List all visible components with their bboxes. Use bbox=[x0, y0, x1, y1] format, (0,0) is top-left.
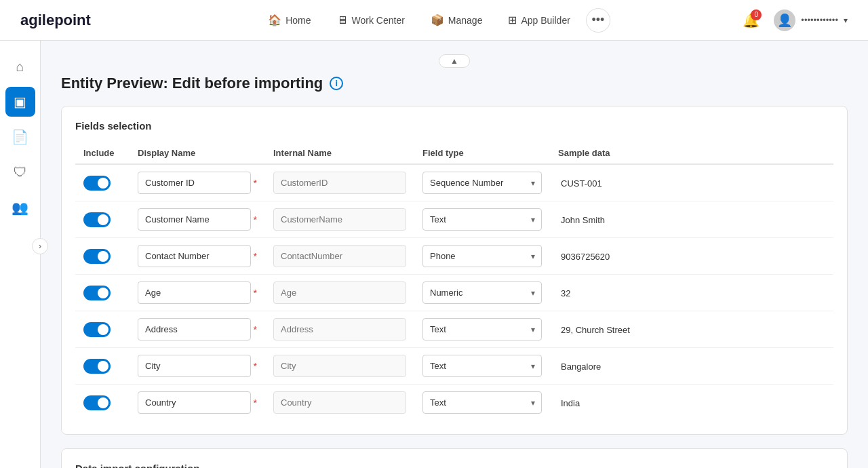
table-row: * Sequence NumberTextPhoneNumericDateBoo… bbox=[75, 201, 833, 238]
sidebar-item-users[interactable]: 👥 bbox=[5, 193, 35, 222]
nav-manage-label: Manage bbox=[448, 15, 483, 26]
avatar: 👤 bbox=[774, 9, 795, 31]
sidebar-item-apps[interactable]: ▣ bbox=[5, 87, 35, 117]
table-row: * Sequence NumberTextPhoneNumericDateBoo… bbox=[75, 164, 833, 201]
include-toggle-wrap bbox=[83, 359, 121, 374]
display-name-wrap: * bbox=[138, 281, 257, 304]
required-star: * bbox=[254, 288, 257, 298]
nav-home-label: Home bbox=[285, 15, 311, 26]
top-navigation: agilepoint 🏠 Home 🖥 Work Center 📦 Manage… bbox=[0, 0, 868, 41]
field-type-select-4[interactable]: Sequence NumberTextPhoneNumericDateBoole… bbox=[422, 318, 542, 340]
info-icon[interactable]: i bbox=[330, 77, 343, 90]
sample-data-4: 29, Church Street bbox=[558, 325, 633, 335]
display-name-wrap: * bbox=[138, 355, 257, 377]
display-name-input-0[interactable] bbox=[138, 172, 251, 194]
field-type-select-wrap: Sequence NumberTextPhoneNumericDateBoole… bbox=[422, 318, 542, 340]
monitor-icon: 🖥 bbox=[337, 14, 348, 26]
nav-work-center[interactable]: 🖥 Work Center bbox=[327, 8, 415, 33]
include-toggle-wrap bbox=[83, 249, 121, 264]
required-star: * bbox=[254, 361, 257, 372]
fields-table: Include Display Name Internal Name Field… bbox=[75, 142, 833, 421]
user-menu-button[interactable]: 👤 •••••••••••• ▾ bbox=[774, 9, 848, 31]
display-name-wrap: * bbox=[138, 245, 257, 267]
nav-manage[interactable]: 📦 Manage bbox=[420, 7, 493, 33]
manage-icon: 📦 bbox=[431, 14, 444, 26]
sidebar-item-documents[interactable]: 📄 bbox=[5, 122, 35, 152]
field-type-select-5[interactable]: Sequence NumberTextPhoneNumericDateBoole… bbox=[422, 355, 542, 377]
col-sample-data: Sample data bbox=[550, 142, 833, 164]
field-type-select-wrap: Sequence NumberTextPhoneNumericDateBoole… bbox=[422, 245, 542, 267]
include-toggle-6[interactable] bbox=[83, 395, 111, 410]
field-type-select-wrap: Sequence NumberTextPhoneNumericDateBoole… bbox=[422, 281, 542, 304]
display-name-wrap: * bbox=[138, 391, 257, 414]
field-type-select-1[interactable]: Sequence NumberTextPhoneNumericDateBoole… bbox=[422, 208, 542, 231]
fields-selection-title: Fields selection bbox=[75, 120, 833, 132]
sidebar-item-home[interactable]: ⌂ bbox=[5, 52, 35, 81]
nav-right: 🔔 0 👤 •••••••••••• ▾ bbox=[738, 8, 848, 33]
grid-icon: ⊞ bbox=[508, 14, 517, 26]
include-toggle-5[interactable] bbox=[83, 359, 111, 374]
display-name-input-6[interactable] bbox=[138, 391, 251, 414]
field-type-select-0[interactable]: Sequence NumberTextPhoneNumericDateBoole… bbox=[422, 172, 542, 194]
include-toggle-4[interactable] bbox=[83, 322, 111, 337]
include-toggle-wrap bbox=[83, 322, 121, 337]
display-name-input-5[interactable] bbox=[138, 355, 251, 377]
sidebar-expand-button[interactable]: › bbox=[32, 238, 48, 254]
required-star: * bbox=[254, 324, 257, 335]
home-icon: 🏠 bbox=[268, 14, 281, 26]
table-row: * Sequence NumberTextPhoneNumericDateBoo… bbox=[75, 311, 833, 348]
sample-data-2: 9036725620 bbox=[558, 252, 612, 262]
sample-data-1: John Smith bbox=[558, 215, 608, 225]
internal-name-input-2 bbox=[273, 245, 406, 267]
table-row: * Sequence NumberTextPhoneNumericDateBoo… bbox=[75, 238, 833, 275]
users-sidebar-icon: 👥 bbox=[12, 199, 28, 216]
display-name-input-1[interactable] bbox=[138, 208, 251, 231]
user-name: •••••••••••• bbox=[801, 15, 838, 25]
include-toggle-wrap bbox=[83, 286, 121, 300]
sample-data-3: 32 bbox=[558, 288, 573, 298]
notification-button[interactable]: 🔔 0 bbox=[738, 8, 763, 33]
internal-name-input-5 bbox=[273, 355, 406, 377]
required-star: * bbox=[254, 178, 257, 189]
more-button[interactable]: ••• bbox=[586, 8, 610, 33]
display-name-input-4[interactable] bbox=[138, 318, 251, 340]
sidebar-item-security[interactable]: 🛡 bbox=[5, 157, 35, 187]
include-toggle-1[interactable] bbox=[83, 212, 111, 227]
collapse-button[interactable]: ▲ bbox=[439, 54, 470, 68]
col-field-type: Field type bbox=[414, 142, 550, 164]
display-name-wrap: * bbox=[138, 172, 257, 194]
field-type-select-3[interactable]: Sequence NumberTextPhoneNumericDateBoole… bbox=[422, 281, 542, 304]
fields-table-header: Include Display Name Internal Name Field… bbox=[75, 142, 833, 164]
collapse-bar: ▲ bbox=[61, 54, 848, 68]
display-name-input-3[interactable] bbox=[138, 281, 251, 304]
field-type-select-wrap: Sequence NumberTextPhoneNumericDateBoole… bbox=[422, 391, 542, 414]
required-star: * bbox=[254, 251, 257, 262]
include-toggle-3[interactable] bbox=[83, 286, 111, 300]
field-type-select-2[interactable]: Sequence NumberTextPhoneNumericDateBoole… bbox=[422, 245, 542, 267]
col-display-name: Display Name bbox=[130, 142, 265, 164]
chevron-down-icon: ▾ bbox=[844, 16, 848, 25]
field-type-select-wrap: Sequence NumberTextPhoneNumericDateBoole… bbox=[422, 172, 542, 194]
table-row: * Sequence NumberTextPhoneNumericDateBoo… bbox=[75, 275, 833, 311]
display-name-input-2[interactable] bbox=[138, 245, 251, 267]
notification-badge: 0 bbox=[751, 9, 762, 20]
internal-name-input-4 bbox=[273, 318, 406, 340]
field-type-select-wrap: Sequence NumberTextPhoneNumericDateBoole… bbox=[422, 208, 542, 231]
include-toggle-0[interactable] bbox=[83, 176, 111, 191]
home-sidebar-icon: ⌂ bbox=[16, 59, 24, 75]
apps-sidebar-icon: ▣ bbox=[14, 94, 26, 110]
page-title-text: Entity Preview: Edit before importing bbox=[61, 75, 323, 92]
field-type-select-6[interactable]: Sequence NumberTextPhoneNumericDateBoole… bbox=[422, 391, 542, 414]
internal-name-input-3 bbox=[273, 281, 406, 304]
required-star: * bbox=[254, 397, 257, 408]
include-toggle-2[interactable] bbox=[83, 249, 111, 264]
nav-app-builder-label: App Builder bbox=[521, 15, 570, 26]
include-toggle-wrap bbox=[83, 395, 121, 410]
nav-home[interactable]: 🏠 Home bbox=[258, 7, 321, 33]
field-type-select-wrap: Sequence NumberTextPhoneNumericDateBoole… bbox=[422, 355, 542, 377]
nav-app-builder[interactable]: ⊞ App Builder bbox=[498, 7, 580, 33]
required-star: * bbox=[254, 214, 257, 225]
col-internal-name: Internal Name bbox=[265, 142, 414, 164]
sample-data-6: India bbox=[558, 398, 583, 408]
sidebar: ⌂ ▣ 📄 🛡 👥 › bbox=[0, 41, 41, 468]
